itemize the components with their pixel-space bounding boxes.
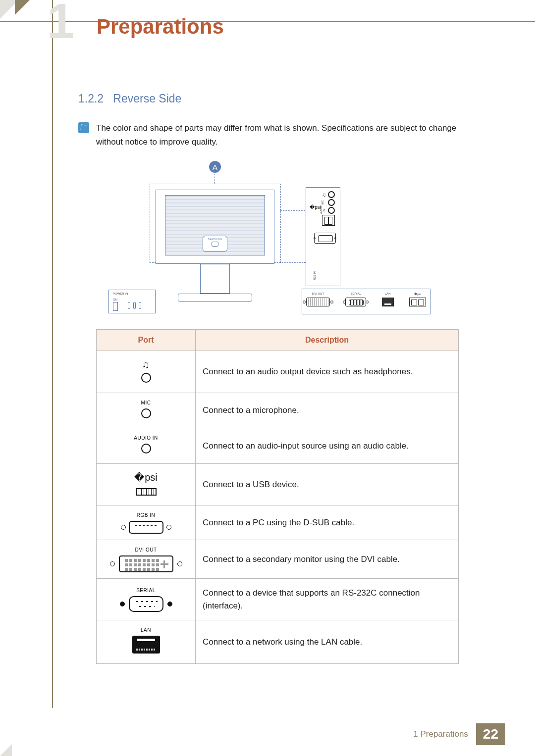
headphone-icon: ♫ bbox=[101, 357, 191, 372]
chapter-number: 1 bbox=[47, 0, 75, 46]
dvi-port-icon bbox=[110, 555, 182, 572]
table-row: AUDIO IN Connect to an audio-input sourc… bbox=[97, 428, 459, 464]
port-icon-dviout: DVI OUT bbox=[97, 540, 196, 579]
left-rule bbox=[52, 0, 53, 708]
monitor-base bbox=[178, 294, 252, 302]
power-switch-label: ON bbox=[113, 298, 117, 301]
section-number: 1.2.2 bbox=[78, 92, 104, 105]
table-row: DVI OUT Connect to a secondary monitor u… bbox=[97, 540, 459, 579]
power-in-label: POWER IN bbox=[113, 292, 128, 295]
usb-icon: �psi bbox=[101, 470, 191, 485]
note-icon bbox=[78, 122, 89, 133]
footer-chapter-ref: 1 Preparations bbox=[413, 729, 468, 739]
port-desc: Connect to a device that supports an RS-… bbox=[196, 579, 459, 620]
section-title: Reverse Side bbox=[113, 92, 181, 105]
bottom-left-corner-decoration bbox=[0, 744, 12, 756]
port-desc: Connect to a secondary monitor using the… bbox=[196, 540, 459, 579]
rgb-in-port-icon bbox=[314, 233, 336, 244]
callout-badge-a: A bbox=[209, 161, 221, 173]
audioin-jack-icon bbox=[328, 207, 335, 214]
section-body: 1.2.2 Reverse Side The color and shape o… bbox=[78, 92, 460, 664]
headphone-icon: ♫ bbox=[322, 192, 326, 198]
port-icon-mic: MIC bbox=[97, 393, 196, 428]
usb-side-port-icon bbox=[322, 215, 335, 226]
side-port-panel: ♫ MIC AUDIO IN �psi RGB IN bbox=[306, 187, 340, 286]
usb-port-icon bbox=[136, 488, 157, 496]
port-icon-rgbin: RGB IN bbox=[97, 505, 196, 540]
bottom-port-panel: DVI OUT SERIAL LAN �psi bbox=[302, 289, 430, 314]
lan-label: LAN bbox=[385, 292, 391, 296]
lan-port-icon bbox=[382, 298, 394, 306]
lan-port-icon bbox=[132, 636, 160, 654]
port-desc: Connect to an audio-input source using a… bbox=[196, 428, 459, 464]
monitor-brand-plate: SAMSUNG bbox=[203, 236, 227, 252]
headphone-jack-icon bbox=[328, 191, 335, 198]
serial-port-icon bbox=[120, 596, 172, 612]
port-desc: Connect to an audio output device such a… bbox=[196, 351, 459, 393]
table-row: RGB IN Connect to a PC using the D-SUB c… bbox=[97, 505, 459, 540]
port-desc: Connect to a PC using the D-SUB cable. bbox=[196, 505, 459, 540]
table-row: LAN Connect to a network using the LAN c… bbox=[97, 620, 459, 664]
jack-icon bbox=[141, 444, 151, 454]
port-icon-audioin: AUDIO IN bbox=[97, 428, 196, 464]
monitor-back-illustration: SAMSUNG bbox=[156, 190, 274, 264]
jack-icon bbox=[141, 408, 151, 418]
table-row: �psi Connect to a USB device. bbox=[97, 463, 459, 505]
port-icon-serial: SERIAL bbox=[97, 579, 196, 620]
usb-bottom-symbol: �psi bbox=[414, 292, 421, 296]
dvi-out-icon bbox=[306, 298, 330, 306]
mic-jack-icon bbox=[328, 199, 335, 206]
power-input-panel: POWER IN ON bbox=[108, 290, 156, 313]
port-desc: Connect to a USB device. bbox=[196, 463, 459, 505]
brand-label: SAMSUNG bbox=[208, 238, 222, 241]
description-header: Description bbox=[196, 330, 459, 351]
serial-port-icon bbox=[345, 298, 366, 306]
dvi-out-label: DVI OUT bbox=[312, 292, 324, 296]
table-row: SERIAL Connect to a device that supports… bbox=[97, 579, 459, 620]
page-footer: 1 Preparations 22 bbox=[413, 723, 505, 745]
mic-label: MIC bbox=[321, 199, 324, 206]
chapter-title: Preparations bbox=[97, 15, 224, 39]
audioin-label: AUDIO IN bbox=[320, 207, 325, 214]
vga-port-icon bbox=[121, 521, 171, 534]
jack-icon bbox=[141, 373, 151, 383]
table-row: ♫ Connect to an audio output device such… bbox=[97, 351, 459, 393]
port-icon-headphone: ♫ bbox=[97, 351, 196, 393]
note-block: The color and shape of parts may differ … bbox=[78, 121, 460, 149]
port-icon-usb: �psi bbox=[97, 463, 196, 505]
note-text: The color and shape of parts may differ … bbox=[96, 121, 460, 149]
port-desc: Connect to a network using the LAN cable… bbox=[196, 620, 459, 664]
table-row: MIC Connect to a microphone. bbox=[97, 393, 459, 428]
footer-page-number: 22 bbox=[476, 723, 505, 745]
reverse-side-diagram: A SAMSUNG POWER IN ON ♫ MIC AUDIO IN �ps… bbox=[96, 161, 460, 319]
port-desc: Connect to a microphone. bbox=[196, 393, 459, 428]
port-description-table: Port Description ♫ Connect to an audio o… bbox=[96, 329, 459, 664]
usb-bottom-port-icon bbox=[409, 298, 426, 306]
serial-label: SERIAL bbox=[351, 292, 361, 296]
monitor-stand bbox=[200, 264, 230, 294]
section-heading: 1.2.2 Reverse Side bbox=[78, 92, 460, 105]
header-rule bbox=[0, 0, 535, 22]
port-header: Port bbox=[97, 330, 196, 351]
rgbin-label: RGB IN bbox=[313, 271, 316, 280]
usb-side-symbol: �psi bbox=[306, 204, 321, 210]
port-icon-lan: LAN bbox=[97, 620, 196, 664]
